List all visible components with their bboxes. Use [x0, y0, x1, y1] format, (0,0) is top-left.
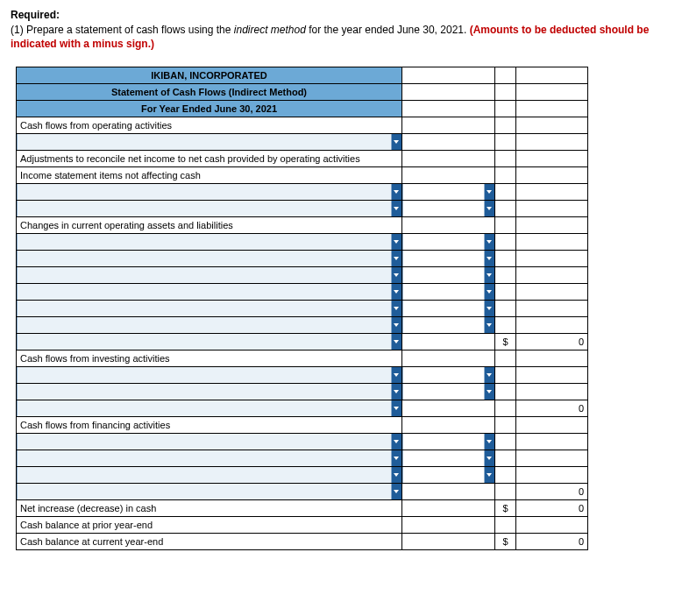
input-fin3-amt[interactable] [402, 467, 495, 484]
input-inv1-desc[interactable] [17, 367, 402, 384]
input-adj1-amt[interactable] [402, 184, 495, 201]
input-inv2-desc[interactable] [17, 384, 402, 400]
op-total-sym: $ [495, 334, 516, 350]
input-inv1-amt[interactable] [402, 367, 495, 384]
input-chg6-desc[interactable] [17, 317, 402, 334]
instr-prefix: (1) [11, 24, 26, 36]
op-total-amt: 0 [516, 334, 588, 350]
input-fin-total-desc[interactable] [17, 484, 402, 500]
header-period: For Year Ended June 30, 2021 [17, 101, 402, 117]
inv-total-amt: 0 [516, 400, 588, 417]
label-adjustments: Adjustments to reconcile net income to n… [17, 151, 402, 167]
label-cash-current: Cash balance at current year-end [17, 534, 402, 550]
cash-flow-table: IKIBAN, INCORPORATED Statement of Cash F… [16, 67, 588, 550]
label-cf-operating: Cash flows from operating activities [17, 117, 402, 134]
cash-prior-sym[interactable] [495, 517, 516, 534]
input-net-income-sym[interactable] [495, 134, 516, 151]
input-adj1-desc[interactable] [17, 184, 402, 201]
net-increase-amt: 0 [516, 500, 588, 517]
instr-italic: indirect method [234, 24, 306, 36]
fin-total-sym [495, 484, 516, 500]
input-chg6-amt[interactable] [402, 317, 495, 334]
input-chg5-desc[interactable] [17, 301, 402, 317]
input-chg2-amt[interactable] [402, 251, 495, 267]
input-chg3-desc[interactable] [17, 267, 402, 284]
input-fin1-desc[interactable] [17, 434, 402, 450]
input-chg3-amt[interactable] [402, 267, 495, 284]
header-company: IKIBAN, INCORPORATED [17, 67, 402, 84]
input-net-income-amt[interactable] [516, 134, 588, 151]
instr-b: for the year ended June 30, 2021. [306, 24, 470, 36]
input-net-income-desc[interactable] [17, 134, 402, 151]
input-fin2-amt[interactable] [402, 450, 495, 467]
cash-current-sym: $ [495, 534, 516, 550]
input-chg5-amt[interactable] [402, 301, 495, 317]
label-changes: Changes in current operating assets and … [17, 217, 402, 234]
instruction-text: (1) Prepare a statement of cash flows us… [11, 23, 671, 51]
label-income-items: Income statement items not affecting cas… [17, 167, 402, 184]
input-chg2-desc[interactable] [17, 251, 402, 267]
cash-current-amt: 0 [516, 534, 588, 550]
label-cash-prior: Cash balance at prior year-end [17, 517, 402, 534]
input-adj2-desc[interactable] [17, 201, 402, 217]
input-fin1-amt[interactable] [402, 434, 495, 450]
input-chg4-amt[interactable] [402, 284, 495, 301]
input-chg4-desc[interactable] [17, 284, 402, 301]
input-chg1-desc[interactable] [17, 234, 402, 251]
input-fin2-desc[interactable] [17, 450, 402, 467]
input-op-total-desc[interactable] [17, 334, 402, 350]
net-increase-sym: $ [495, 500, 516, 517]
input-adj2-amt[interactable] [402, 201, 495, 217]
input-inv-total-desc[interactable] [17, 400, 402, 417]
header-title: Statement of Cash Flows (Indirect Method… [17, 84, 402, 101]
label-cf-financing: Cash flows from financing activities [17, 417, 402, 434]
instr-a: Prepare a statement of cash flows using … [26, 24, 234, 36]
cash-prior-amt[interactable] [516, 517, 588, 534]
label-cf-investing: Cash flows from investing activities [17, 350, 402, 367]
inv-total-sym [495, 400, 516, 417]
input-fin3-desc[interactable] [17, 467, 402, 484]
label-net-increase: Net increase (decrease) in cash [17, 500, 402, 517]
input-inv2-amt[interactable] [402, 384, 495, 400]
fin-total-amt: 0 [516, 484, 588, 500]
input-chg1-amt[interactable] [402, 234, 495, 251]
required-label: Required: [11, 9, 671, 21]
